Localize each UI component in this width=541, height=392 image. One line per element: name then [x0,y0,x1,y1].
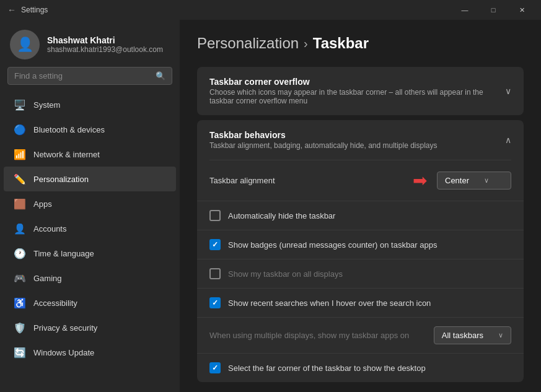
sidebar-item-apps[interactable]: 🟫 Apps [4,191,176,216]
sidebar-label-privacy: Privacy & security [33,323,97,333]
sidebar-label-time: Time & language [33,249,94,258]
sidebar-item-personalization[interactable]: ✏️ Personalization [4,167,176,191]
section-chevron-corner-overflow: ∨ [505,86,511,96]
setting-row-all-displays: Show my taskbar on all displays [197,259,524,289]
section-title-corner-overflow: Taskbar corner overflow [209,77,505,87]
setting-row-alignment: Taskbar alignment ➡ Center ∨ [197,160,524,201]
setting-row-recent-searches: Show recent searches when I hover over t… [197,289,524,318]
user-section: 👤 Shashwat Khatri shashwat.khatri1993@ou… [0,20,180,67]
titlebar-controls: — □ ✕ [451,0,536,20]
checkbox-all-displays[interactable] [209,268,221,279]
sidebar-label-apps: Apps [33,199,52,209]
checkbox-badges[interactable] [209,239,221,250]
setting-row-auto-hide: Automatically hide the taskbar [197,201,524,230]
sidebar-label-accounts: Accounts [33,224,66,233]
sidebar-label-network: Network & internet [33,150,100,159]
setting-label-badges: Show badges (unread messages counter) on… [228,240,437,250]
sidebar-item-gaming[interactable]: 🎮 Gaming [4,266,176,290]
checkbox-auto-hide[interactable] [209,210,221,221]
sections-list: Taskbar corner overflow Choose which ico… [197,67,524,382]
checkbox-recent-searches[interactable] [209,297,221,308]
sidebar-label-bluetooth: Bluetooth & devices [33,125,105,134]
search-box[interactable]: 🔍 [7,67,172,85]
alignment-label: Taskbar alignment [209,176,413,185]
setting-row-left-recent-searches: Show recent searches when I hover over t… [209,297,511,308]
section-header-behaviors[interactable]: Taskbar behaviors Taskbar alignment, bad… [197,120,524,160]
setting-row-far-corner: Select the far corner of the taskbar to … [197,354,524,382]
alignment-dropdown[interactable]: Center ∨ [437,172,511,189]
sidebar-item-privacy[interactable]: 🛡️ Privacy & security [4,315,176,340]
red-arrow-icon: ➡ [413,170,427,191]
close-button[interactable]: ✕ [508,0,536,20]
dropdown-value-multiple-displays: All taskbars [442,331,483,340]
dropdown-arrow-icon: ∨ [484,176,489,185]
search-container: 🔍 [0,67,180,92]
sidebar-label-accessibility: Accessibility [33,298,77,308]
sidebar-item-bluetooth[interactable]: 🔵 Bluetooth & devices [4,117,176,142]
dropdown-arrow-icon-multiple-displays: ∨ [498,331,503,339]
accounts-icon: 👤 [14,222,26,235]
sidebar-label-gaming: Gaming [33,274,62,283]
dropdown-value: Center [445,176,469,185]
search-input[interactable] [14,71,151,81]
sidebar-item-system[interactable]: 🖥️ System [4,92,176,117]
setting-row-badges: Show badges (unread messages counter) on… [197,230,524,259]
setting-row-left-auto-hide: Automatically hide the taskbar [209,210,511,221]
apps-icon: 🟫 [14,198,26,210]
back-icon[interactable]: ← [7,5,16,15]
content-area: Personalization › Taskbar Taskbar corner… [180,20,541,392]
setting-row-left-all-displays: Show my taskbar on all displays [209,268,511,279]
setting-label-multiple-displays: When using multiple displays, show my ta… [209,331,409,340]
system-icon: 🖥️ [14,98,26,111]
section-header-corner-overflow[interactable]: Taskbar corner overflow Choose which ico… [197,67,524,115]
sidebar-item-accounts[interactable]: 👤 Accounts [4,216,176,241]
setting-row-multiple-displays: When using multiple displays, show my ta… [197,318,524,354]
sidebar-item-time[interactable]: 🕐 Time & language [4,241,176,266]
minimize-button[interactable]: — [451,0,479,20]
checkbox-far-corner[interactable] [209,362,221,373]
setting-row-left-badges: Show badges (unread messages counter) on… [209,239,511,250]
setting-row-left-far-corner: Select the far corner of the taskbar to … [209,362,511,373]
sidebar-item-update[interactable]: 🔄 Windows Update [4,340,176,365]
setting-row-left-multiple-displays: When using multiple displays, show my ta… [209,331,434,340]
sidebar-item-accessibility[interactable]: ♿ Accessibility [4,290,176,315]
network-icon: 📶 [14,148,26,160]
setting-label-all-displays: Show my taskbar on all displays [228,269,343,279]
nav-list: 🖥️ System 🔵 Bluetooth & devices 📶 Networ… [0,92,180,365]
accessibility-icon: ♿ [14,297,26,309]
breadcrumb-parent[interactable]: Personalization [197,35,299,52]
sidebar-item-network[interactable]: 📶 Network & internet [4,142,176,167]
maximize-button[interactable]: □ [479,0,508,20]
titlebar-title: Settings [21,6,48,14]
section-corner-overflow: Taskbar corner overflow Choose which ico… [197,67,524,115]
breadcrumb-current: Taskbar [313,35,369,52]
section-subtitle-corner-overflow: Choose which icons may appear in the tas… [209,88,505,105]
user-info: Shashwat Khatri shashwat.khatri1993@outl… [47,35,163,54]
setting-label-auto-hide: Automatically hide the taskbar [228,211,335,220]
sidebar-label-update: Windows Update [33,348,94,357]
gaming-icon: 🎮 [14,272,26,284]
privacy-icon: 🛡️ [14,321,26,334]
section-title-behaviors: Taskbar behaviors [209,130,438,140]
avatar: 👤 [10,30,40,59]
section-chevron-behaviors: ∧ [505,135,511,145]
user-name: Shashwat Khatri [47,35,163,45]
bluetooth-icon: 🔵 [14,123,26,136]
setting-label-far-corner: Select the far corner of the taskbar to … [228,364,426,373]
setting-label-recent-searches: Show recent searches when I hover over t… [228,298,431,308]
section-behaviors: Taskbar behaviors Taskbar alignment, bad… [197,120,524,382]
sidebar-label-system: System [33,100,60,110]
personalization-icon: ✏️ [14,173,26,185]
section-subtitle-behaviors: Taskbar alignment, badging, automaticall… [209,141,438,150]
sidebar-label-personalization: Personalization [33,175,89,184]
breadcrumb: Personalization › Taskbar [197,35,524,52]
dropdown-multiple-displays[interactable]: All taskbars ∨ [434,326,511,344]
time-icon: 🕐 [14,247,26,259]
titlebar-left: ← Settings [7,5,48,15]
breadcrumb-separator: › [304,37,308,51]
search-icon: 🔍 [156,71,165,81]
user-email: shashwat.khatri1993@outlook.com [47,45,163,54]
update-icon: 🔄 [14,346,26,359]
sidebar: 👤 Shashwat Khatri shashwat.khatri1993@ou… [0,20,180,392]
alignment-right: ➡ Center ∨ [413,170,511,191]
